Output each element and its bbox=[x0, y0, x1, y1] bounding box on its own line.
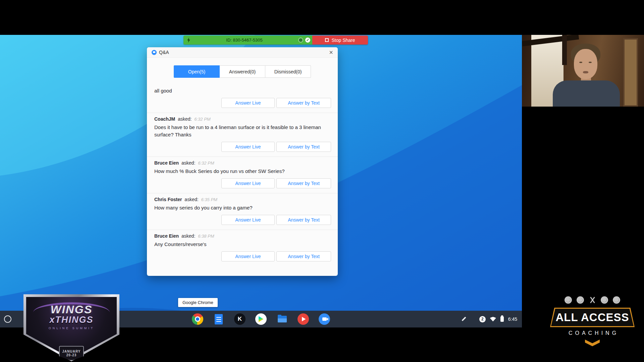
qa-window-title: Q&A bbox=[159, 50, 169, 55]
tab-answered[interactable]: Answered(0) bbox=[219, 65, 265, 78]
all-access-plaque-inner: ALL ACCESS bbox=[551, 309, 634, 326]
question-item: Bruce Eien asked: 6:32 PM How much % Buc… bbox=[147, 157, 338, 193]
files-app-icon[interactable] bbox=[276, 313, 288, 325]
all-access-title: ALL ACCESS bbox=[555, 311, 629, 324]
stop-share-button[interactable]: Stop Share bbox=[312, 36, 368, 45]
golf-ball-icon bbox=[601, 296, 608, 304]
question-time: 6:32 PM bbox=[198, 161, 214, 166]
baseball-icon bbox=[565, 296, 572, 304]
taskbar-apps: K bbox=[192, 313, 330, 325]
qa-tabs: Open(5) Answered(0) Dismissed(0) bbox=[147, 65, 338, 78]
person-mouth bbox=[583, 71, 588, 73]
question-header: Bruce Eien asked: 6:38 PM bbox=[154, 233, 331, 239]
question-actions: Answer Live Answer by Text bbox=[154, 251, 331, 261]
launcher-button[interactable] bbox=[4, 315, 11, 323]
person-face bbox=[574, 49, 597, 79]
qa-app-icon bbox=[152, 50, 157, 55]
question-item: Bruce Eien asked: 6:38 PM Any Counters/r… bbox=[147, 230, 338, 266]
question-actions: Answer Live Answer by Text bbox=[154, 178, 331, 188]
close-icon[interactable]: × bbox=[329, 49, 333, 56]
question-header: Bruce Eien asked: 6:32 PM bbox=[154, 160, 331, 166]
whistle-icon bbox=[613, 296, 620, 304]
folder-glyph bbox=[278, 316, 287, 322]
webcam-feed bbox=[522, 35, 644, 107]
banner-dates: 20-23 bbox=[66, 353, 77, 357]
kami-app-icon[interactable]: K bbox=[234, 313, 246, 325]
person-eye bbox=[589, 62, 592, 63]
question-text: How much % Buck Series do you run vs oth… bbox=[154, 168, 331, 175]
question-header: CoachJM asked: 6:32 PM bbox=[154, 116, 331, 122]
answer-live-button[interactable]: Answer Live bbox=[221, 251, 275, 261]
doorway bbox=[623, 38, 638, 107]
answer-live-button[interactable]: Answer Live bbox=[221, 142, 275, 152]
answer-by-text-button[interactable]: Answer by Text bbox=[276, 98, 331, 108]
zoom-app-icon[interactable] bbox=[319, 313, 330, 325]
video-frame: K 2 6:45 bbox=[0, 0, 644, 362]
answer-live-button[interactable]: Answer Live bbox=[221, 178, 275, 188]
question-list[interactable]: all good Answer Live Answer by Text Coac… bbox=[147, 82, 338, 266]
docs-sheet-glyph bbox=[215, 314, 223, 324]
answer-live-button[interactable]: Answer Live bbox=[221, 98, 275, 108]
question-time: 6:38 PM bbox=[198, 234, 214, 239]
question-item: Chris Foster asked: 6:35 PM How many ser… bbox=[147, 193, 338, 230]
qa-window: Q&A × Open(5) Answered(0) Dismissed(0) a… bbox=[147, 47, 338, 276]
question-header: Chris Foster asked: 6:35 PM bbox=[154, 197, 331, 202]
question-time: 6:35 PM bbox=[201, 197, 217, 202]
question-actions: Answer Live Answer by Text bbox=[154, 142, 331, 152]
video-camera-glyph bbox=[322, 317, 327, 321]
question-text: Does it have to be run to a 4 lineman su… bbox=[154, 124, 331, 138]
share-status-icon[interactable]: ✓ bbox=[305, 38, 310, 43]
person-shirt bbox=[553, 80, 620, 107]
banner-month: JANUARY bbox=[62, 350, 81, 353]
asked-label: asked: bbox=[181, 233, 195, 239]
asked-label: asked: bbox=[178, 116, 192, 122]
stop-icon bbox=[325, 38, 329, 42]
asker-name: Bruce Eien bbox=[154, 160, 179, 166]
lacrosse-sticks-icon bbox=[589, 296, 596, 304]
connection-quality-icon[interactable] bbox=[298, 38, 303, 43]
question-text: How many series do you carry into a game… bbox=[154, 204, 331, 212]
answer-by-text-button[interactable]: Answer by Text bbox=[276, 142, 331, 152]
date-banner: JANUARY 20-23 bbox=[59, 346, 84, 361]
question-text: all good bbox=[154, 87, 331, 95]
status-tray[interactable]: 2 6:45 bbox=[461, 311, 517, 327]
question-time: 6:32 PM bbox=[194, 117, 210, 122]
online-summit-label: ONLINE SUMMIT bbox=[23, 326, 119, 330]
asker-name: Bruce Eien bbox=[154, 233, 179, 239]
answer-live-button[interactable]: Answer Live bbox=[221, 215, 275, 225]
answer-by-text-button[interactable]: Answer by Text bbox=[276, 251, 331, 261]
asked-label: asked: bbox=[184, 197, 198, 202]
chrome-icon[interactable] bbox=[192, 313, 203, 325]
xthings-title: xTHINGS bbox=[23, 315, 119, 325]
wings-x-things-logo: WINGS xTHINGS ONLINE SUMMIT JANUARY 20-2… bbox=[23, 294, 119, 361]
question-actions: Answer Live Answer by Text bbox=[154, 98, 331, 108]
asked-label: asked: bbox=[181, 160, 195, 166]
meeting-id: ID: 830-5467-5305 bbox=[191, 38, 298, 43]
down-chevron-icon bbox=[585, 340, 600, 346]
asker-name: Chris Foster bbox=[154, 197, 182, 202]
all-access-logo: ALL ACCESS COACHING bbox=[550, 296, 635, 346]
clock: 6:45 bbox=[508, 316, 517, 322]
battery-icon bbox=[500, 316, 504, 322]
question-actions: Answer Live Answer by Text bbox=[154, 215, 331, 225]
google-play-icon[interactable] bbox=[255, 313, 267, 325]
wings-title: WINGS bbox=[23, 303, 119, 316]
media-play-glyph bbox=[302, 317, 306, 321]
question-text: Any Counters/reverse's bbox=[154, 241, 331, 248]
question-item: all good Answer Live Answer by Text bbox=[147, 82, 338, 113]
chrome-tooltip: Google Chrome bbox=[178, 298, 218, 307]
answer-by-text-button[interactable]: Answer by Text bbox=[276, 215, 331, 225]
sport-icons-row bbox=[550, 296, 635, 304]
stylus-pen-icon[interactable] bbox=[461, 317, 466, 322]
notification-count-badge[interactable]: 2 bbox=[479, 316, 486, 322]
tab-dismissed[interactable]: Dismissed(0) bbox=[265, 65, 311, 78]
chrome-icon-core bbox=[196, 317, 199, 321]
media-app-icon[interactable] bbox=[298, 313, 309, 325]
stop-share-label: Stop Share bbox=[331, 38, 355, 43]
lightning-icon bbox=[187, 38, 191, 43]
question-item: CoachJM asked: 6:32 PM Does it have to b… bbox=[147, 113, 338, 157]
asker-name: CoachJM bbox=[154, 116, 175, 122]
tab-open[interactable]: Open(5) bbox=[174, 65, 220, 78]
google-docs-icon[interactable] bbox=[213, 313, 224, 325]
answer-by-text-button[interactable]: Answer by Text bbox=[276, 178, 331, 188]
